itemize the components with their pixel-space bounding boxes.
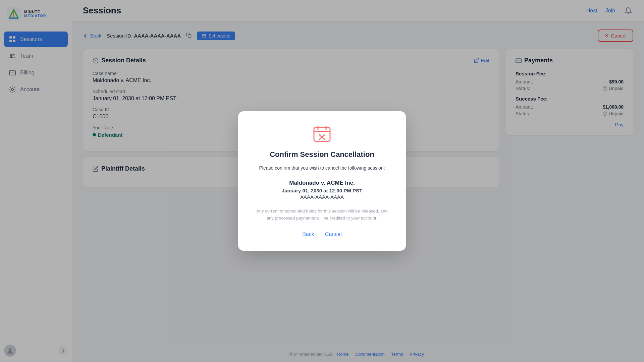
modal-title: Confirm Session Cancellation: [254, 150, 390, 159]
modal-warning: Any current or scheduled holds for this …: [254, 208, 390, 222]
modal-back-button[interactable]: Back: [302, 231, 314, 237]
modal-case-name: Maldonado v. ACME Inc.: [254, 180, 390, 186]
modal-description: Please confirm that you wish to cancel t…: [254, 164, 390, 172]
modal-date: January 01, 2030 at 12:00 PM PST: [254, 188, 390, 193]
modal-cancel-button[interactable]: Cancel: [325, 231, 342, 237]
modal-actions: Back Cancel: [254, 231, 390, 237]
svg-rect-28: [314, 127, 330, 141]
cancellation-modal: Confirm Session Cancellation Please conf…: [238, 111, 406, 251]
modal-session-info: Maldonado v. ACME Inc. January 01, 2030 …: [254, 180, 390, 200]
modal-calendar-icon: [313, 125, 331, 143]
modal-session-id: AAAA-AAAA-AAAA: [254, 194, 390, 200]
modal-overlay: Confirm Session Cancellation Please conf…: [0, 0, 644, 362]
